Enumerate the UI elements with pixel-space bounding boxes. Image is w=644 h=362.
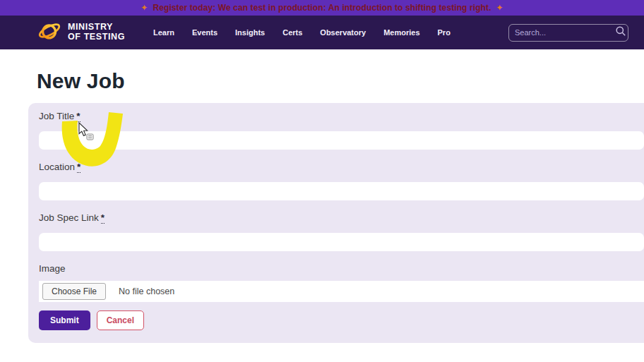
nav-item-learn[interactable]: Learn — [153, 28, 174, 37]
form-actions: Submit Cancel — [39, 310, 644, 330]
nav-item-memories[interactable]: Memories — [383, 28, 419, 37]
sparkle-icon: ✦ — [141, 4, 148, 12]
submit-button[interactable]: Submit — [39, 310, 90, 330]
cancel-button[interactable]: Cancel — [97, 310, 144, 330]
job-spec-link-input[interactable] — [39, 233, 644, 251]
location-label: Location* — [39, 162, 644, 173]
search-icon[interactable] — [615, 25, 626, 40]
job-title-input[interactable] — [39, 131, 644, 150]
search-box[interactable] — [508, 24, 628, 42]
nav-links: Learn Events Insights Certs Observatory … — [153, 28, 451, 37]
main-navbar: MINISTRY OF TESTING Learn Events Insight… — [0, 16, 644, 49]
announcement-banner[interactable]: ✦ Register today: We can test in product… — [0, 0, 644, 16]
required-asterisk: * — [76, 111, 80, 122]
job-title-label: Job Title* — [39, 111, 644, 122]
image-file-input[interactable]: Choose File No file chosen — [39, 281, 644, 302]
required-asterisk: * — [101, 212, 105, 224]
file-status-text: No file chosen — [119, 286, 174, 296]
nav-item-certs[interactable]: Certs — [282, 28, 302, 37]
nav-item-events[interactable]: Events — [192, 28, 217, 37]
image-label: Image — [39, 263, 644, 274]
choose-file-button[interactable]: Choose File — [42, 283, 106, 300]
planet-logo-icon — [37, 20, 62, 45]
announcement-text[interactable]: Register today: We can test in productio… — [153, 3, 491, 13]
job-spec-link-label: Job Spec Link* — [39, 212, 644, 224]
location-input[interactable] — [39, 182, 644, 200]
page-title: New Job — [37, 69, 644, 93]
new-job-form: Job Title* Location* Job Spec Link* Imag… — [28, 103, 644, 343]
search-input[interactable] — [515, 28, 615, 37]
required-asterisk: * — [77, 162, 80, 173]
ministry-of-testing-logo[interactable]: MINISTRY OF TESTING — [37, 20, 125, 45]
app-window: ✦ Register today: We can test in product… — [0, 0, 644, 362]
nav-item-insights[interactable]: Insights — [235, 28, 265, 37]
nav-item-pro[interactable]: Pro — [438, 28, 451, 37]
sparkle-icon: ✦ — [496, 4, 503, 12]
logo-wordmark: MINISTRY OF TESTING — [68, 23, 125, 42]
nav-item-observatory[interactable]: Observatory — [320, 28, 366, 37]
